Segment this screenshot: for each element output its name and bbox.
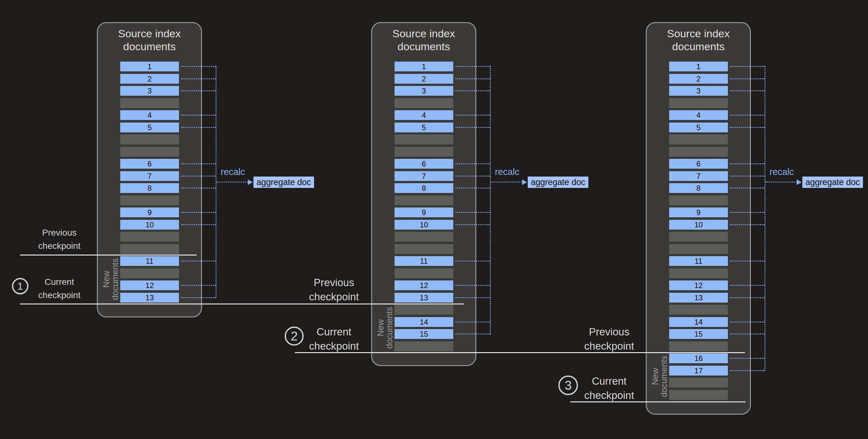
previous-checkpoint-label: Previouscheckpoint xyxy=(283,275,384,304)
doc-connector-line xyxy=(730,163,765,164)
doc-connector-line xyxy=(456,322,490,322)
aggregate-doc-box: aggregate doc xyxy=(253,177,314,188)
document-row: 3 xyxy=(669,86,728,96)
doc-connector-line xyxy=(181,285,216,286)
previous-checkpoint-label-line1: Previous xyxy=(559,325,660,339)
document-row: 9 xyxy=(395,207,453,217)
placeholder-row xyxy=(395,305,453,315)
placeholder-row xyxy=(120,268,179,278)
placeholder-row xyxy=(669,378,728,387)
placeholder-row xyxy=(669,268,728,278)
placeholder-row xyxy=(395,196,453,205)
document-row: 7 xyxy=(669,171,728,181)
document-row: 14 xyxy=(395,317,453,327)
doc-connector-line xyxy=(456,115,490,116)
doc-connector-line xyxy=(456,78,490,79)
placeholder-row xyxy=(395,244,453,254)
doc-connector-line xyxy=(456,212,490,213)
placeholder-row xyxy=(669,305,728,315)
placeholder-row xyxy=(669,196,728,205)
placeholder-row xyxy=(120,147,179,157)
document-row: 14 xyxy=(669,317,728,327)
doc-connector-line xyxy=(730,115,765,116)
placeholder-row xyxy=(120,196,179,205)
doc-connector-line xyxy=(730,187,765,188)
document-row: 1 xyxy=(120,62,179,71)
doc-connector-line xyxy=(730,333,765,334)
placeholder-row xyxy=(395,268,453,278)
panel-title-line1: Source index xyxy=(97,27,202,40)
step-number-badge: 3 xyxy=(558,376,578,395)
document-row: 10 xyxy=(669,220,728,230)
doc-connector-line xyxy=(181,212,216,213)
new-documents-label-line2: documents xyxy=(385,307,394,349)
previous-checkpoint-label-line1: Previous xyxy=(283,275,384,290)
panel-title-line2: documents xyxy=(646,40,751,53)
aggregate-doc-box: aggregate doc xyxy=(802,177,863,188)
panel-title-line2: documents xyxy=(97,40,202,53)
new-documents-label-line2: documents xyxy=(660,356,669,397)
previous-checkpoint-label-line2: checkpoint xyxy=(9,239,110,253)
placeholder-row xyxy=(669,135,728,144)
doc-connector-line xyxy=(730,322,765,322)
doc-connector-line xyxy=(730,66,765,67)
recalc-arrowhead-icon xyxy=(797,179,802,185)
previous-checkpoint-label: Previouscheckpoint xyxy=(9,226,110,253)
panel-title: Source indexdocuments xyxy=(371,27,476,53)
doc-connector-line xyxy=(181,66,216,67)
panel-title: Source indexdocuments xyxy=(646,27,751,53)
document-row: 8 xyxy=(395,183,453,193)
doc-connector-line xyxy=(181,127,216,128)
document-row: 2 xyxy=(395,74,453,84)
document-row: 11 xyxy=(669,256,728,266)
previous-checkpoint-label-line2: checkpoint xyxy=(283,290,384,304)
document-row: 5 xyxy=(120,122,179,132)
document-row: 4 xyxy=(120,110,179,120)
previous-checkpoint-label: Previouscheckpoint xyxy=(559,325,660,353)
doc-connector-line xyxy=(730,224,765,225)
doc-connector-line xyxy=(730,212,765,213)
placeholder-row xyxy=(669,342,728,351)
step-number-badge: 1 xyxy=(12,278,28,294)
document-row: 13 xyxy=(669,293,728,302)
placeholder-row xyxy=(120,232,179,242)
placeholder-row xyxy=(669,244,728,254)
document-row: 15 xyxy=(395,329,453,339)
doc-connector-line xyxy=(456,66,490,67)
document-row: 8 xyxy=(120,183,179,193)
document-row: 12 xyxy=(120,281,179,290)
placeholder-row xyxy=(395,98,453,108)
document-row: 7 xyxy=(120,171,179,181)
previous-checkpoint-label-line1: Previous xyxy=(9,226,110,239)
placeholder-row xyxy=(669,147,728,157)
doc-connector-line xyxy=(456,127,490,128)
recalc-arrowhead-icon xyxy=(248,179,253,185)
doc-connector-line xyxy=(456,261,490,262)
document-row: 13 xyxy=(395,293,453,302)
step-number-badge: 2 xyxy=(285,327,304,346)
recalc-label: recalc xyxy=(770,167,794,177)
document-row: 6 xyxy=(395,159,453,169)
transform-checkpoint-diagram: Source indexdocuments12345678910111213re… xyxy=(0,0,868,439)
placeholder-row xyxy=(669,232,728,242)
recalc-label: recalc xyxy=(495,167,519,177)
doc-connector-line xyxy=(456,187,490,188)
document-row: 5 xyxy=(395,122,453,132)
panel-title-line1: Source index xyxy=(646,27,751,40)
new-documents-label-line2: documents xyxy=(111,258,120,300)
checkpoint-line xyxy=(20,255,197,256)
document-row: 10 xyxy=(120,220,179,230)
placeholder-row xyxy=(120,244,179,254)
doc-connector-line xyxy=(181,224,216,225)
document-row: 9 xyxy=(120,207,179,217)
docs-bracket-line xyxy=(490,66,491,334)
doc-connector-line xyxy=(730,78,765,79)
doc-connector-line xyxy=(181,297,216,298)
document-row: 16 xyxy=(669,353,728,363)
doc-connector-line xyxy=(456,333,490,334)
doc-connector-line xyxy=(181,90,216,91)
doc-connector-line xyxy=(181,187,216,188)
document-row: 3 xyxy=(120,86,179,96)
placeholder-row xyxy=(395,135,453,144)
placeholder-row xyxy=(669,98,728,108)
